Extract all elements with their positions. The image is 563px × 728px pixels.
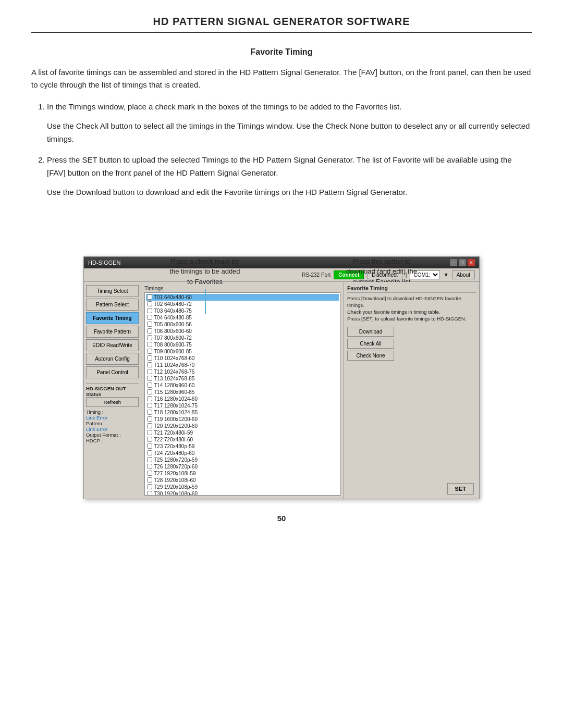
- timing-item[interactable]: T01 640x480-60: [146, 294, 339, 301]
- check-none-button[interactable]: Check None: [347, 351, 394, 361]
- timing-label: T04 640x480-85: [154, 315, 192, 320]
- timing-checkbox[interactable]: [147, 294, 152, 300]
- timing-checkbox[interactable]: [147, 464, 152, 469]
- timing-item[interactable]: T23 720x480p-59: [146, 443, 339, 450]
- timing-label: T23 720x480p-59: [154, 443, 194, 449]
- timing-checkbox[interactable]: [147, 457, 152, 462]
- sidebar-btn-timing-select[interactable]: Timing Select: [86, 285, 139, 297]
- timing-item[interactable]: T14 1280x960-60: [146, 382, 339, 389]
- timing-item[interactable]: T30 1920x108p-60: [146, 490, 339, 496]
- timing-label: T21 720x480i-59: [154, 430, 193, 436]
- timing-label: T29 1920x108p-59: [154, 484, 198, 490]
- sidebar-btn-favorite-timing[interactable]: Favorite Timing: [86, 312, 139, 324]
- set-button[interactable]: SET: [447, 483, 474, 495]
- timing-checkbox[interactable]: [147, 376, 152, 381]
- timing-checkbox[interactable]: [147, 437, 152, 442]
- output-format-label: Output Format :: [86, 432, 139, 438]
- timing-item[interactable]: T21 720x480i-59: [146, 429, 339, 436]
- timing-item[interactable]: T24 720x480p-60: [146, 450, 339, 456]
- timing-item[interactable]: T15 1280x960-85: [146, 389, 339, 396]
- timing-item[interactable]: T03 640x480-75: [146, 307, 339, 314]
- timing-checkbox[interactable]: [147, 308, 152, 313]
- sidebar-btn-edid[interactable]: EDID Read/Write: [86, 339, 139, 351]
- timing-item[interactable]: T04 640x480-85: [146, 314, 339, 321]
- hdcp-label: HDCP :: [86, 438, 139, 443]
- sidebar-btn-favorite-pattern[interactable]: Favorite Pattern: [86, 326, 139, 338]
- timing-item[interactable]: T11 1024x768-70: [146, 362, 339, 368]
- sidebar-btn-pattern-select[interactable]: Pattern Select: [86, 299, 139, 311]
- timing-checkbox[interactable]: [147, 328, 152, 334]
- timing-checkbox[interactable]: [147, 484, 152, 489]
- timing-checkbox[interactable]: [147, 477, 152, 483]
- step-1: In the Timings window, place a check mar…: [47, 101, 532, 145]
- timing-checkbox[interactable]: [147, 443, 152, 449]
- timings-list[interactable]: T01 640x480-60T02 640x480-72T03 640x480-…: [144, 292, 340, 496]
- titlebar-controls: ─ □ ✕: [450, 259, 475, 266]
- timing-item[interactable]: T29 1920x108p-59: [146, 484, 339, 490]
- timing-status-value: Link Error: [86, 415, 139, 421]
- about-button[interactable]: About: [452, 270, 475, 279]
- timing-checkbox[interactable]: [147, 471, 152, 476]
- timing-label: T28 1920x108i-60: [154, 477, 196, 483]
- sidebar-btn-panel[interactable]: Panel Control: [86, 366, 139, 378]
- timing-checkbox[interactable]: [147, 355, 152, 361]
- timing-checkbox[interactable]: [147, 396, 152, 401]
- timing-item[interactable]: T07 800x600-72: [146, 335, 339, 341]
- timing-checkbox[interactable]: [147, 430, 152, 435]
- timing-item[interactable]: T17 1280x1024-75: [146, 402, 339, 409]
- step-2: Press the SET button to upload the selec…: [47, 154, 532, 199]
- timing-item[interactable]: T13 1024x768-85: [146, 375, 339, 382]
- page-title: HD PATTERN SIGNAL GENERATOR SOFTWARE: [31, 16, 532, 33]
- timing-item[interactable]: T19 1600x1200-60: [146, 416, 339, 423]
- sidebar-btn-autorun[interactable]: Autorun Config: [86, 353, 139, 365]
- main-content: Timing Select Pattern Select Favorite Ti…: [84, 282, 479, 499]
- timing-item[interactable]: T26 1280x720p-60: [146, 463, 339, 470]
- timing-item[interactable]: T02 640x480-72: [146, 301, 339, 307]
- maximize-button[interactable]: □: [459, 259, 466, 266]
- timing-checkbox[interactable]: [147, 335, 152, 340]
- check-all-button[interactable]: Check All: [347, 339, 394, 349]
- timing-item[interactable]: T12 1024x768-75: [146, 368, 339, 375]
- timing-checkbox[interactable]: [147, 491, 152, 496]
- minimize-button[interactable]: ─: [450, 259, 457, 266]
- timing-checkbox[interactable]: [147, 389, 152, 394]
- refresh-button[interactable]: Refresh: [86, 397, 139, 407]
- favorite-panel-title: Favorite Timing: [347, 285, 476, 293]
- timing-label: T24 720x480p-60: [154, 450, 194, 456]
- timing-checkbox[interactable]: [147, 322, 152, 327]
- timing-item[interactable]: T10 1024x768-60: [146, 355, 339, 362]
- timing-checkbox[interactable]: [147, 450, 152, 455]
- download-button[interactable]: Download: [347, 327, 394, 337]
- timing-checkbox[interactable]: [147, 403, 152, 408]
- diagram-area: Place a check mark bythe timings to be a…: [83, 256, 480, 499]
- timing-checkbox[interactable]: [147, 369, 152, 374]
- timing-checkbox[interactable]: [147, 342, 152, 347]
- timing-label: T07 800x600-72: [154, 335, 192, 341]
- timing-item[interactable]: T05 800x600-56: [146, 321, 339, 328]
- titlebar-title: HD-SIGGEN: [88, 260, 120, 266]
- timing-checkbox[interactable]: [147, 315, 152, 320]
- timing-item[interactable]: T27 1920x108i-59: [146, 470, 339, 477]
- timing-item[interactable]: T20 1920x1200-60: [146, 423, 339, 429]
- timing-checkbox[interactable]: [147, 423, 152, 428]
- timing-item[interactable]: T06 800x600-60: [146, 328, 339, 335]
- timing-checkbox[interactable]: [147, 349, 152, 354]
- close-button[interactable]: ✕: [468, 259, 475, 266]
- timing-checkbox[interactable]: [147, 301, 152, 306]
- timing-item[interactable]: T18 1280x1024-85: [146, 409, 339, 416]
- timing-status-label: Timing :: [86, 409, 139, 415]
- timing-item[interactable]: T16 1280x1024-60: [146, 396, 339, 402]
- timing-item[interactable]: T28 1920x108i-60: [146, 477, 339, 484]
- timing-item[interactable]: T09 800x600-85: [146, 348, 339, 355]
- timing-checkbox[interactable]: [147, 410, 152, 415]
- timing-label: T08 800x600-75: [154, 342, 192, 348]
- timing-item[interactable]: T25 1280x720p-59: [146, 456, 339, 463]
- timing-item[interactable]: T22 720x480i-60: [146, 436, 339, 443]
- timing-label: T17 1280x1024-75: [154, 403, 198, 409]
- timing-checkbox[interactable]: [147, 416, 152, 422]
- dropdown-icon: ▼: [443, 272, 448, 278]
- timing-checkbox[interactable]: [147, 362, 152, 367]
- timing-checkbox[interactable]: [147, 382, 152, 388]
- timing-label: T20 1920x1200-60: [154, 423, 198, 429]
- timing-item[interactable]: T08 800x600-75: [146, 341, 339, 348]
